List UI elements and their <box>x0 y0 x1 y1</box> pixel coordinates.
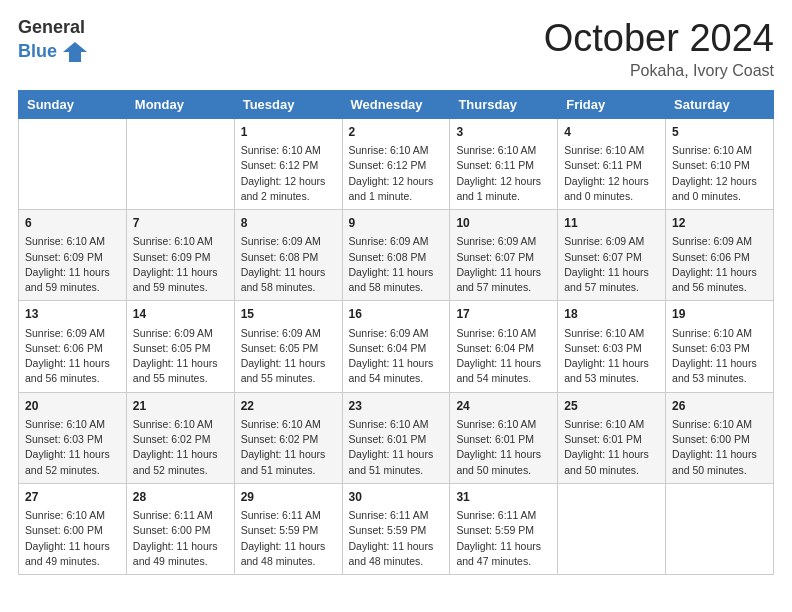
day-number: 2 <box>349 124 444 141</box>
cell-line: Sunset: 5:59 PM <box>349 524 427 536</box>
cell-line: and 47 minutes. <box>456 555 531 567</box>
cell-line: Sunset: 6:09 PM <box>25 251 103 263</box>
calendar-cell: 29Sunrise: 6:11 AMSunset: 5:59 PMDayligh… <box>234 483 342 574</box>
calendar-cell: 16Sunrise: 6:09 AMSunset: 6:04 PMDayligh… <box>342 301 450 392</box>
cell-line: and 54 minutes. <box>349 372 424 384</box>
cell-content: 28Sunrise: 6:11 AMSunset: 6:00 PMDayligh… <box>133 489 228 569</box>
cell-line: Daylight: 11 hours <box>672 448 757 460</box>
cell-line: Daylight: 11 hours <box>672 266 757 278</box>
cell-line: Sunrise: 6:10 AM <box>349 144 429 156</box>
cell-line: Sunset: 6:02 PM <box>133 433 211 445</box>
cell-line: Daylight: 11 hours <box>349 540 434 552</box>
cell-line: and 49 minutes. <box>25 555 100 567</box>
cell-line: and 57 minutes. <box>564 281 639 293</box>
day-number: 29 <box>241 489 336 506</box>
cell-content: 27Sunrise: 6:10 AMSunset: 6:00 PMDayligh… <box>25 489 120 569</box>
calendar-cell: 3Sunrise: 6:10 AMSunset: 6:11 PMDaylight… <box>450 118 558 209</box>
cell-line: Sunrise: 6:11 AM <box>456 509 536 521</box>
cell-content: 24Sunrise: 6:10 AMSunset: 6:01 PMDayligh… <box>456 398 551 478</box>
calendar-cell <box>126 118 234 209</box>
cell-line: Sunset: 5:59 PM <box>241 524 319 536</box>
cell-line: and 48 minutes. <box>349 555 424 567</box>
day-number: 22 <box>241 398 336 415</box>
cell-line: and 59 minutes. <box>25 281 100 293</box>
calendar-row: 20Sunrise: 6:10 AMSunset: 6:03 PMDayligh… <box>19 392 774 483</box>
calendar-cell: 2Sunrise: 6:10 AMSunset: 6:12 PMDaylight… <box>342 118 450 209</box>
cell-line: Sunrise: 6:10 AM <box>456 418 536 430</box>
cell-line: Sunrise: 6:09 AM <box>456 235 536 247</box>
day-number: 31 <box>456 489 551 506</box>
cell-line: Sunset: 6:04 PM <box>349 342 427 354</box>
cell-line: Sunrise: 6:10 AM <box>564 144 644 156</box>
cell-content: 19Sunrise: 6:10 AMSunset: 6:03 PMDayligh… <box>672 306 767 386</box>
cell-content: 11Sunrise: 6:09 AMSunset: 6:07 PMDayligh… <box>564 215 659 295</box>
cell-line: Sunset: 6:00 PM <box>133 524 211 536</box>
cell-content: 17Sunrise: 6:10 AMSunset: 6:04 PMDayligh… <box>456 306 551 386</box>
calendar-cell: 4Sunrise: 6:10 AMSunset: 6:11 PMDaylight… <box>558 118 666 209</box>
cell-line: Sunrise: 6:10 AM <box>672 418 752 430</box>
calendar-cell: 9Sunrise: 6:09 AMSunset: 6:08 PMDaylight… <box>342 210 450 301</box>
cell-line: Sunset: 6:02 PM <box>241 433 319 445</box>
cell-line: and 54 minutes. <box>456 372 531 384</box>
svg-marker-0 <box>63 42 87 62</box>
cell-line: Sunrise: 6:10 AM <box>564 418 644 430</box>
cell-line: Sunrise: 6:10 AM <box>564 327 644 339</box>
cell-line: Sunset: 6:01 PM <box>456 433 534 445</box>
cell-content: 15Sunrise: 6:09 AMSunset: 6:05 PMDayligh… <box>241 306 336 386</box>
calendar-cell: 25Sunrise: 6:10 AMSunset: 6:01 PMDayligh… <box>558 392 666 483</box>
cell-content: 13Sunrise: 6:09 AMSunset: 6:06 PMDayligh… <box>25 306 120 386</box>
cell-line: Sunset: 6:01 PM <box>349 433 427 445</box>
cell-line: and 1 minute. <box>456 190 520 202</box>
cell-line: and 55 minutes. <box>133 372 208 384</box>
cell-line: Daylight: 11 hours <box>25 357 110 369</box>
calendar-cell: 22Sunrise: 6:10 AMSunset: 6:02 PMDayligh… <box>234 392 342 483</box>
logo-icon <box>61 38 89 66</box>
cell-line: Daylight: 12 hours <box>672 175 757 187</box>
calendar-cell: 20Sunrise: 6:10 AMSunset: 6:03 PMDayligh… <box>19 392 127 483</box>
calendar-cell: 13Sunrise: 6:09 AMSunset: 6:06 PMDayligh… <box>19 301 127 392</box>
cell-content: 4Sunrise: 6:10 AMSunset: 6:11 PMDaylight… <box>564 124 659 204</box>
cell-content: 5Sunrise: 6:10 AMSunset: 6:10 PMDaylight… <box>672 124 767 204</box>
cell-line: Sunrise: 6:10 AM <box>133 418 213 430</box>
calendar-cell: 14Sunrise: 6:09 AMSunset: 6:05 PMDayligh… <box>126 301 234 392</box>
day-number: 13 <box>25 306 120 323</box>
cell-line: Sunrise: 6:09 AM <box>25 327 105 339</box>
day-number: 27 <box>25 489 120 506</box>
calendar-cell: 1Sunrise: 6:10 AMSunset: 6:12 PMDaylight… <box>234 118 342 209</box>
cell-line: Sunset: 5:59 PM <box>456 524 534 536</box>
day-number: 6 <box>25 215 120 232</box>
calendar-cell <box>666 483 774 574</box>
header-row: SundayMondayTuesdayWednesdayThursdayFrid… <box>19 90 774 118</box>
cell-line: Sunset: 6:00 PM <box>672 433 750 445</box>
calendar-row: 27Sunrise: 6:10 AMSunset: 6:00 PMDayligh… <box>19 483 774 574</box>
weekday-header: Thursday <box>450 90 558 118</box>
cell-line: Sunrise: 6:11 AM <box>349 509 429 521</box>
cell-content: 9Sunrise: 6:09 AMSunset: 6:08 PMDaylight… <box>349 215 444 295</box>
cell-line: Daylight: 11 hours <box>25 540 110 552</box>
cell-line: Sunset: 6:08 PM <box>241 251 319 263</box>
cell-line: Daylight: 11 hours <box>456 266 541 278</box>
cell-line: Sunset: 6:11 PM <box>564 159 642 171</box>
cell-line: and 0 minutes. <box>672 190 741 202</box>
day-number: 24 <box>456 398 551 415</box>
day-number: 20 <box>25 398 120 415</box>
cell-content: 1Sunrise: 6:10 AMSunset: 6:12 PMDaylight… <box>241 124 336 204</box>
cell-line: Sunrise: 6:11 AM <box>133 509 213 521</box>
cell-content: 31Sunrise: 6:11 AMSunset: 5:59 PMDayligh… <box>456 489 551 569</box>
day-number: 11 <box>564 215 659 232</box>
cell-line: Daylight: 11 hours <box>241 448 326 460</box>
cell-content: 6Sunrise: 6:10 AMSunset: 6:09 PMDaylight… <box>25 215 120 295</box>
cell-line: Sunrise: 6:10 AM <box>349 418 429 430</box>
cell-line: Sunset: 6:00 PM <box>25 524 103 536</box>
cell-content: 8Sunrise: 6:09 AMSunset: 6:08 PMDaylight… <box>241 215 336 295</box>
logo-blue-text: Blue <box>18 42 57 62</box>
calendar-cell <box>19 118 127 209</box>
cell-content: 25Sunrise: 6:10 AMSunset: 6:01 PMDayligh… <box>564 398 659 478</box>
cell-line: Sunset: 6:10 PM <box>672 159 750 171</box>
day-number: 12 <box>672 215 767 232</box>
title-area: October 2024 Pokaha, Ivory Coast <box>544 18 774 80</box>
cell-line: Sunset: 6:12 PM <box>349 159 427 171</box>
weekday-header: Tuesday <box>234 90 342 118</box>
cell-content: 30Sunrise: 6:11 AMSunset: 5:59 PMDayligh… <box>349 489 444 569</box>
cell-line: Daylight: 11 hours <box>25 448 110 460</box>
